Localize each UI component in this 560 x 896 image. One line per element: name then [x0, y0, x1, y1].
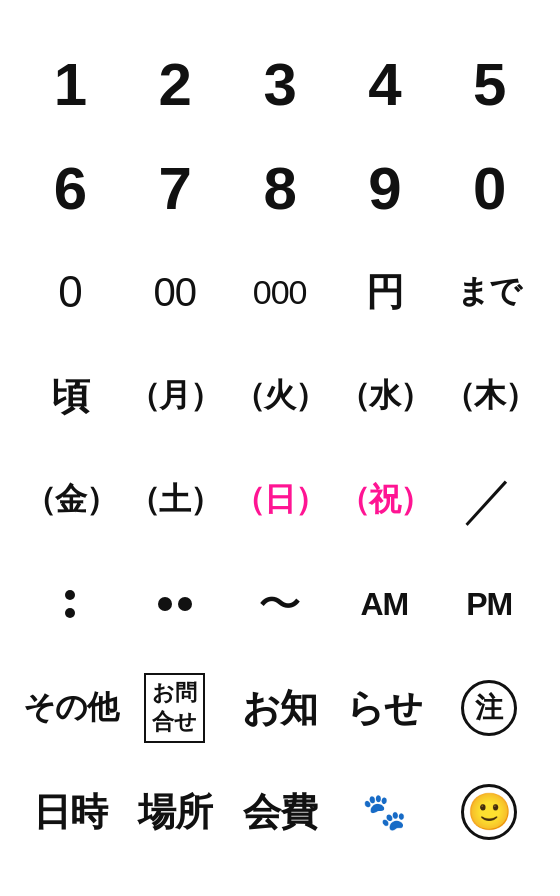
cell-1[interactable]: 1 — [20, 34, 120, 134]
cell-yen[interactable]: 円 — [334, 242, 434, 342]
cell-5[interactable]: 5 — [439, 34, 539, 134]
cell-mon[interactable]: （月） — [125, 346, 225, 446]
cell-toiawase[interactable]: お問合せ — [125, 658, 225, 758]
cell-2[interactable]: 2 — [125, 34, 225, 134]
num-6: 6 — [54, 154, 86, 223]
cell-paw[interactable]: 🐾 — [334, 762, 434, 862]
smile-icon: 🙂 — [467, 794, 512, 830]
cell-made[interactable]: まで — [439, 242, 539, 342]
sun-text: （日） — [233, 478, 326, 522]
cell-zero-outline-3[interactable]: 000 — [230, 242, 330, 342]
zero-outline-2: 00 — [154, 270, 197, 315]
num-2: 2 — [159, 50, 191, 119]
cell-4[interactable]: 4 — [334, 34, 434, 134]
paw-icon: 🐾 — [362, 791, 407, 833]
num-1: 1 — [54, 50, 86, 119]
basho-text: 場所 — [138, 787, 212, 838]
cell-0[interactable]: 0 — [439, 138, 539, 238]
oshirase-text-1: お知 — [242, 683, 317, 734]
nichiji-text: 日時 — [33, 787, 107, 838]
cell-dots[interactable] — [125, 554, 225, 654]
tue-text: （火） — [233, 374, 326, 418]
colon-icon — [65, 590, 75, 618]
num-9: 9 — [368, 154, 400, 223]
am-text: AM — [361, 586, 409, 623]
cell-9[interactable]: 9 — [334, 138, 434, 238]
cell-7[interactable]: 7 — [125, 138, 225, 238]
cell-sat[interactable]: （土） — [125, 450, 225, 550]
double-dots-icon — [158, 597, 192, 611]
colon-dot-top — [65, 590, 75, 600]
cell-fri[interactable]: （金） — [20, 450, 120, 550]
num-7: 7 — [159, 154, 191, 223]
cell-sun[interactable]: （日） — [230, 450, 330, 550]
emoji-grid: 1 2 3 4 5 6 7 8 9 0 0 00 000 円 まで 頃 — [10, 24, 550, 872]
cell-oshirase-1[interactable]: お知 — [230, 658, 330, 758]
cell-slash[interactable]: ／ — [439, 450, 539, 550]
cell-wed[interactable]: （水） — [334, 346, 434, 446]
cell-zero-outline[interactable]: 0 — [20, 242, 120, 342]
cell-wave[interactable]: 〜 — [230, 554, 330, 654]
slash-text: ／ — [463, 465, 515, 535]
cell-hol[interactable]: （祝） — [334, 450, 434, 550]
thu-text: （木） — [443, 374, 536, 418]
chu-circle: 注 — [461, 680, 517, 736]
smile-circle: 🙂 — [461, 784, 517, 840]
cell-nichiji[interactable]: 日時 — [20, 762, 120, 862]
mon-text: （月） — [128, 374, 221, 418]
toiawase-box: お問合せ — [144, 673, 205, 742]
cell-8[interactable]: 8 — [230, 138, 330, 238]
cell-thu[interactable]: （木） — [439, 346, 539, 446]
pm-text: PM — [466, 586, 512, 623]
made-text: まで — [457, 270, 521, 314]
cell-goro[interactable]: 頃 — [20, 346, 120, 446]
num-5: 5 — [473, 50, 505, 119]
cell-oshirase-2[interactable]: らせ — [334, 658, 434, 758]
wed-text: （水） — [338, 374, 431, 418]
num-3: 3 — [263, 50, 295, 119]
cell-kaihi[interactable]: 会費 — [230, 762, 330, 862]
num-8: 8 — [263, 154, 295, 223]
cell-3[interactable]: 3 — [230, 34, 330, 134]
cell-pm[interactable]: PM — [439, 554, 539, 654]
cell-chu[interactable]: 注 — [439, 658, 539, 758]
yen-text: 円 — [366, 267, 403, 318]
dot-right — [178, 597, 192, 611]
kaihi-text: 会費 — [243, 787, 317, 838]
dot-left — [158, 597, 172, 611]
goro-text: 頃 — [52, 371, 89, 422]
colon-dot-bottom — [65, 608, 75, 618]
hol-text: （祝） — [338, 478, 431, 522]
cell-smile[interactable]: 🙂 — [439, 762, 539, 862]
wave-text: 〜 — [258, 575, 302, 634]
sat-text: （土） — [128, 478, 221, 522]
cell-colon[interactable] — [20, 554, 120, 654]
sonota-text: その他 — [23, 686, 118, 730]
num-0: 0 — [473, 154, 505, 223]
cell-basho[interactable]: 場所 — [125, 762, 225, 862]
cell-zero-outline-2[interactable]: 00 — [125, 242, 225, 342]
cell-am[interactable]: AM — [334, 554, 434, 654]
zero-outline-1: 0 — [58, 267, 81, 317]
fri-text: （金） — [24, 478, 117, 522]
cell-6[interactable]: 6 — [20, 138, 120, 238]
cell-sonota[interactable]: その他 — [20, 658, 120, 758]
num-4: 4 — [368, 50, 400, 119]
cell-tue[interactable]: （火） — [230, 346, 330, 446]
zero-outline-3: 000 — [253, 273, 307, 312]
oshirase-text-2: らせ — [346, 683, 422, 734]
